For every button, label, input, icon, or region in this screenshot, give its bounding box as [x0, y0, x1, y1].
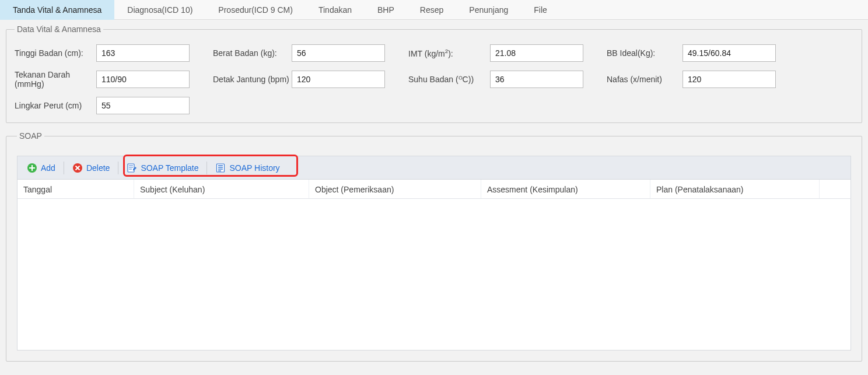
plus-circle-icon: [27, 163, 37, 173]
tab-tindakan[interactable]: Tindakan: [306, 0, 365, 20]
edit-doc-icon: [127, 163, 137, 173]
soap-template-button[interactable]: SOAP Template: [121, 159, 204, 177]
soap-history-label: SOAP History: [229, 163, 279, 173]
col-subject[interactable]: Subject (Keluhan): [134, 180, 309, 198]
input-imt[interactable]: [490, 44, 583, 62]
soap-template-label: SOAP Template: [141, 163, 198, 173]
soap-toolbar: Add Delete SOAP Template: [17, 156, 851, 179]
delete-label: Delete: [86, 163, 110, 173]
input-nafas[interactable]: [682, 71, 776, 88]
list-doc-icon: [215, 163, 226, 173]
x-circle-icon: [72, 163, 83, 173]
col-plan[interactable]: Plan (Penatalaksanaan): [650, 180, 820, 198]
toolbar-sep: [64, 162, 64, 174]
tab-penunjang[interactable]: Penunjang: [456, 0, 521, 20]
svg-rect-2: [128, 164, 134, 172]
label-imt: IMT (kg/m2):: [408, 48, 490, 58]
toolbar-sep: [206, 162, 207, 174]
col-spacer: [820, 180, 837, 198]
label-berat: Berat Badan (kg):: [213, 48, 292, 58]
tab-prosedur[interactable]: Prosedur(ICD 9 CM): [205, 0, 306, 20]
input-tekanan[interactable]: [96, 71, 190, 88]
soap-history-button[interactable]: SOAP History: [209, 159, 285, 177]
input-detak[interactable]: [292, 71, 385, 88]
tab-bar: Tanda Vital & Anamnesa Diagnosa(ICD 10) …: [0, 0, 868, 20]
input-tinggi[interactable]: [96, 44, 190, 62]
label-tekanan: Tekanan Darah (mmHg): [15, 70, 96, 89]
label-lingkar: Lingkar Perut (cm): [15, 101, 96, 110]
tab-bhp[interactable]: BHP: [365, 0, 407, 20]
label-tinggi: Tinggi Badan (cm):: [15, 48, 96, 58]
input-bbideal[interactable]: [682, 44, 776, 62]
input-lingkar[interactable]: [96, 97, 190, 114]
tab-resep[interactable]: Resep: [407, 0, 456, 20]
input-berat[interactable]: [292, 44, 385, 62]
col-object[interactable]: Object (Pemeriksaan): [309, 180, 481, 198]
tab-file[interactable]: File: [521, 0, 560, 20]
tab-vital[interactable]: Tanda Vital & Anamnesa: [0, 0, 114, 20]
col-tanggal[interactable]: Tanggal: [18, 180, 134, 198]
toolbar-sep: [118, 162, 118, 174]
add-label: Add: [41, 163, 55, 173]
label-nafas: Nafas (x/menit): [607, 75, 682, 84]
soap-group: SOAP Add Delete: [6, 131, 862, 362]
label-bbideal: BB Ideal(Kg):: [607, 48, 682, 58]
tab-diagnosa[interactable]: Diagnosa(ICD 10): [114, 0, 205, 20]
add-button[interactable]: Add: [21, 159, 61, 177]
vitals-group: Data Vital & Anamnesa Tinggi Badan (cm):…: [6, 24, 862, 123]
soap-table-header: Tanggal Subject (Keluhan) Object (Pemeri…: [17, 179, 851, 199]
label-suhu: Suhu Badan (ᴼC)): [408, 75, 490, 84]
vitals-legend: Data Vital & Anamnesa: [15, 24, 103, 34]
label-detak: Detak Jantung (bpm): [213, 75, 292, 84]
delete-button[interactable]: Delete: [66, 159, 116, 177]
input-suhu[interactable]: [490, 71, 583, 88]
soap-table-body[interactable]: [17, 199, 851, 351]
col-assesment[interactable]: Assesment (Kesimpulan): [481, 180, 650, 198]
soap-legend: SOAP: [17, 131, 44, 141]
